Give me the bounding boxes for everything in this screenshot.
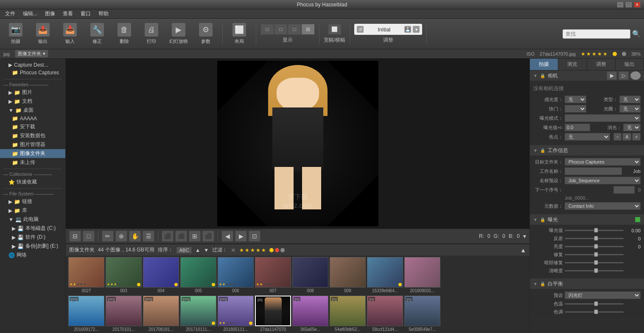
wb-preset-select[interactable]: 闪光灯 bbox=[565, 291, 641, 299]
tab-output[interactable]: 输出 bbox=[616, 59, 644, 70]
thumb-005[interactable]: 005 bbox=[180, 257, 216, 293]
sidebar-item-download[interactable]: 📁 安下载 bbox=[0, 122, 65, 131]
window-controls[interactable]: ─ □ ✕ bbox=[617, 2, 641, 8]
nav-full[interactable]: ⊡ bbox=[249, 231, 260, 242]
tab-shoot[interactable]: 拍摄 bbox=[530, 59, 558, 70]
thumb-15339[interactable]: 15339efd64... bbox=[367, 257, 403, 293]
thumb-img-20160917[interactable]: jpeg bbox=[68, 296, 104, 326]
list-tool[interactable]: ☰ bbox=[143, 231, 154, 242]
thumb-img-5e008549[interactable]: jpg bbox=[404, 296, 440, 326]
frame-tool4[interactable]: ⬛ bbox=[202, 231, 214, 242]
thumb-img-201701[interactable]: jpeg bbox=[106, 296, 142, 326]
wb-color-thumb[interactable] bbox=[594, 302, 598, 306]
view-btn-4[interactable]: ⊞ bbox=[301, 24, 315, 35]
slideshow-button[interactable]: ▶ 幻灯放映 bbox=[166, 21, 191, 47]
wb-tint-slider[interactable] bbox=[565, 311, 624, 313]
crop-tool[interactable]: ⊕ bbox=[115, 231, 127, 242]
delete-button[interactable]: 🗑 删除 bbox=[112, 21, 137, 47]
sidebar-item-quick-collect[interactable]: ⭐ 快速收藏 bbox=[0, 178, 65, 186]
filter-yellow[interactable] bbox=[269, 248, 274, 252]
frame-tool2[interactable]: ⬛ bbox=[175, 231, 187, 242]
minimize-button[interactable]: ─ bbox=[617, 2, 624, 8]
close-button[interactable]: ✕ bbox=[634, 2, 641, 8]
color-label-dot[interactable] bbox=[613, 52, 617, 56]
repair-slider[interactable] bbox=[565, 254, 624, 255]
brightness-slider[interactable] bbox=[565, 246, 624, 247]
thumb-5e008549[interactable]: jpg 5e008549e7... bbox=[404, 296, 440, 332]
star-4[interactable]: ★ bbox=[597, 51, 602, 57]
camera-btn-2[interactable]: ▷ bbox=[619, 71, 629, 80]
sidebar-item-not-uploaded[interactable]: 📁 未上传 bbox=[0, 158, 65, 167]
ev-input[interactable] bbox=[565, 124, 590, 131]
target-select[interactable]: Phocus Captures bbox=[565, 158, 641, 166]
thumb-img-006[interactable]: ★★★★★ bbox=[218, 257, 254, 288]
exposure-enabled-checkbox[interactable] bbox=[635, 217, 641, 223]
menu-window[interactable]: 窗口 bbox=[77, 9, 94, 18]
clarity-slider-thumb[interactable] bbox=[594, 268, 598, 273]
image-viewer[interactable]: 安下载anxz.com bbox=[66, 59, 529, 229]
job-name-input[interactable] bbox=[565, 167, 622, 175]
thumb-0027[interactable]: ★★★★★ 0027 bbox=[68, 257, 104, 293]
thumb-img-004[interactable] bbox=[143, 257, 179, 288]
layout-button[interactable]: ⬜ 布局 bbox=[227, 21, 252, 47]
thumb-img-54af69[interactable]: jpg bbox=[330, 296, 366, 326]
camera-btn-1[interactable]: ▶ bbox=[607, 71, 617, 80]
single-view-btn[interactable]: □ bbox=[83, 231, 95, 242]
sidebar-item-phocus-captures[interactable]: 📁 Phocus Captures bbox=[0, 69, 65, 76]
filmstrip-view-btn[interactable]: ⊟ bbox=[69, 231, 81, 242]
menu-file[interactable]: 文件 bbox=[2, 9, 19, 18]
thumb-img-007[interactable]: ★★★★★ bbox=[255, 257, 291, 288]
sidebar-item-drive-e[interactable]: ▶ 💾 备份[勿删] (E:) bbox=[0, 242, 65, 251]
filter-gray[interactable] bbox=[280, 248, 285, 252]
shadow-slider[interactable] bbox=[565, 262, 624, 263]
sidebar-item-lib[interactable]: ▶ 📁 库 bbox=[0, 206, 65, 215]
nav-left[interactable]: ◀ bbox=[221, 231, 233, 242]
contrast-slider[interactable] bbox=[565, 238, 624, 239]
thumb-img-15339[interactable] bbox=[367, 257, 403, 288]
folder-selector[interactable]: 图像文件夹 ▾ bbox=[15, 50, 48, 58]
sidebar-item-this-pc[interactable]: ▼ 💻 此电脑 bbox=[0, 215, 65, 224]
preset-save-icon[interactable]: 💾 bbox=[404, 26, 411, 33]
meta-select[interactable]: Contact Info bbox=[565, 202, 641, 210]
focus-plus-btn[interactable]: + bbox=[632, 133, 641, 141]
draw-tool[interactable]: ✏ bbox=[102, 231, 114, 242]
job-section-header[interactable]: ▼ 🔒 工作信息 bbox=[530, 145, 644, 155]
sidebar-item-drive-c[interactable]: ▶ 💾 本地磁盘 (C:) bbox=[0, 224, 65, 233]
shoot-button[interactable]: 📷 拍摄 bbox=[3, 21, 28, 47]
sidebar-item-network[interactable]: 🌐 网络 bbox=[0, 251, 65, 260]
flash-select[interactable]: 无 bbox=[623, 124, 641, 131]
thumb-img-0027[interactable]: ★★★★★ bbox=[68, 257, 104, 288]
maximize-button[interactable]: □ bbox=[625, 2, 632, 8]
tab-adjust[interactable]: 调整 bbox=[587, 59, 616, 70]
view-btn-1[interactable]: □ bbox=[260, 24, 274, 35]
preset-reset-icon[interactable]: ↺ bbox=[357, 26, 364, 33]
thumb-004[interactable]: 004 bbox=[143, 257, 179, 293]
thumb-20160903[interactable]: 201609031... bbox=[404, 257, 440, 293]
contrast-slider-thumb[interactable] bbox=[594, 236, 598, 240]
filter-red[interactable] bbox=[275, 248, 279, 252]
preset-menu-icon[interactable]: ▾ bbox=[413, 26, 420, 33]
thumb-20171011[interactable]: jpeg 201710111... bbox=[180, 296, 216, 332]
correct-button[interactable]: 🔧 修正 bbox=[85, 21, 109, 47]
focus-select[interactable]: 无 bbox=[565, 133, 610, 141]
filmstrip-scroll-up[interactable]: ▲ bbox=[520, 247, 526, 254]
thumb-20180511[interactable]: jpeg ★★★★★ 201805111... bbox=[218, 296, 254, 332]
menu-image[interactable]: 图像 bbox=[42, 9, 59, 18]
exposure-section-header[interactable]: ▼ 🔒 曝光 bbox=[530, 214, 644, 225]
thumb-27da1147070[interactable]: jpg 27da1147070 bbox=[255, 296, 291, 332]
ev-slider[interactable] bbox=[565, 230, 624, 231]
focus-minus-btn[interactable]: − bbox=[613, 133, 622, 141]
thumb-009[interactable]: 009 bbox=[330, 257, 366, 293]
search-input[interactable] bbox=[563, 29, 630, 39]
camera-section-header[interactable]: ▼ 🔒 相机 ▶ ▷ bbox=[530, 71, 644, 81]
thumb-img-20160903[interactable] bbox=[404, 257, 440, 288]
view-btn-2[interactable]: □ bbox=[274, 24, 288, 35]
thumb-img-008[interactable] bbox=[292, 257, 328, 288]
repair-slider-thumb[interactable] bbox=[594, 252, 598, 257]
aperture-select[interactable]: 无 bbox=[619, 105, 641, 113]
sidebar-item-image-mgr[interactable]: 📁 图片管理器 bbox=[0, 140, 65, 149]
menu-help[interactable]: 帮助 bbox=[95, 9, 112, 18]
type-select[interactable]: 无 bbox=[619, 96, 641, 103]
thumb-img-005[interactable] bbox=[180, 257, 216, 288]
sidebar-item-pictures[interactable]: ▶ 📁 图片 bbox=[0, 88, 65, 97]
